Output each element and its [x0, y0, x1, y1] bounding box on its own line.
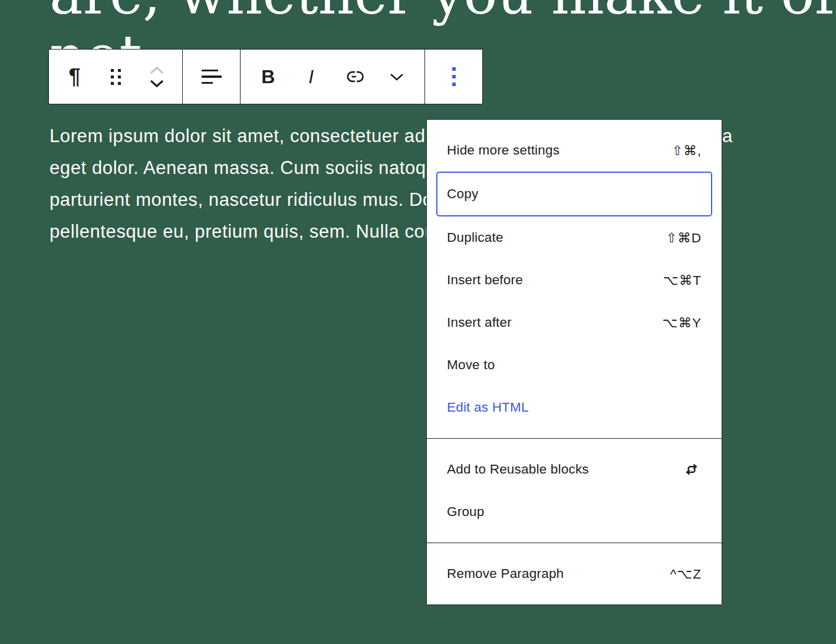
- move-up-icon: [149, 66, 164, 75]
- drag-handle[interactable]: [100, 51, 131, 102]
- menu-item-insert-before[interactable]: Insert before ⌥⌘T: [436, 259, 712, 301]
- menu-section-reusable: Add to Reusable blocks Group: [427, 438, 722, 543]
- paragraph-icon: ¶: [68, 66, 80, 87]
- shortcut-duplicate: ⇧⌘D: [666, 230, 702, 246]
- menu-item-edit-as-html[interactable]: Edit as HTML: [436, 386, 712, 429]
- link-button[interactable]: [338, 51, 369, 102]
- block-mover[interactable]: [141, 51, 172, 102]
- align-left-icon: [202, 70, 222, 84]
- menu-item-copy[interactable]: Copy: [436, 172, 712, 216]
- menu-item-add-to-reusable-blocks[interactable]: Add to Reusable blocks: [436, 448, 712, 491]
- menu-item-group[interactable]: Group: [436, 491, 712, 533]
- heading-line-1: are, whether you make it or: [50, 0, 836, 25]
- shortcut-remove-paragraph: ^⌥Z: [670, 566, 702, 582]
- align-button[interactable]: [196, 51, 227, 102]
- more-formats-button[interactable]: [381, 51, 412, 102]
- menu-item-duplicate[interactable]: Duplicate ⇧⌘D: [436, 216, 712, 259]
- menu-item-remove-paragraph[interactable]: Remove Paragraph ^⌥Z: [436, 553, 712, 595]
- drag-handle-icon: [111, 69, 121, 85]
- toolbar-group-format: B I: [241, 50, 425, 104]
- shortcut-hide-more-settings: ⇧⌘,: [672, 143, 702, 159]
- bold-button[interactable]: B: [253, 51, 284, 102]
- menu-item-move-to[interactable]: Move to: [436, 344, 712, 386]
- toolbar-group-align: [183, 50, 241, 104]
- options-menu: Hide more settings ⇧⌘, Copy Duplicate ⇧⌘…: [426, 119, 722, 605]
- link-icon: [343, 66, 364, 87]
- options-button[interactable]: [439, 51, 469, 102]
- reusable-block-icon: [682, 459, 702, 479]
- bold-icon: B: [261, 67, 275, 86]
- shortcut-insert-after: ⌥⌘Y: [663, 315, 702, 331]
- menu-section-settings: Hide more settings ⇧⌘, Copy Duplicate ⇧⌘…: [427, 120, 722, 438]
- toolbar-group-options: [425, 50, 482, 104]
- menu-item-hide-more-settings[interactable]: Hide more settings ⇧⌘,: [436, 129, 712, 172]
- block-type-button[interactable]: ¶: [60, 51, 90, 102]
- menu-item-insert-after[interactable]: Insert after ⌥⌘Y: [436, 301, 712, 344]
- italic-icon: I: [308, 67, 314, 86]
- chevron-down-icon: [389, 72, 404, 81]
- move-down-icon: [149, 79, 164, 88]
- italic-button[interactable]: I: [296, 51, 327, 102]
- menu-section-remove: Remove Paragraph ^⌥Z: [427, 543, 722, 604]
- shortcut-insert-before: ⌥⌘T: [663, 272, 702, 288]
- options-ellipsis-icon: [452, 67, 456, 86]
- toolbar-group-block: ¶: [49, 50, 183, 104]
- block-toolbar: ¶ B I: [48, 49, 483, 104]
